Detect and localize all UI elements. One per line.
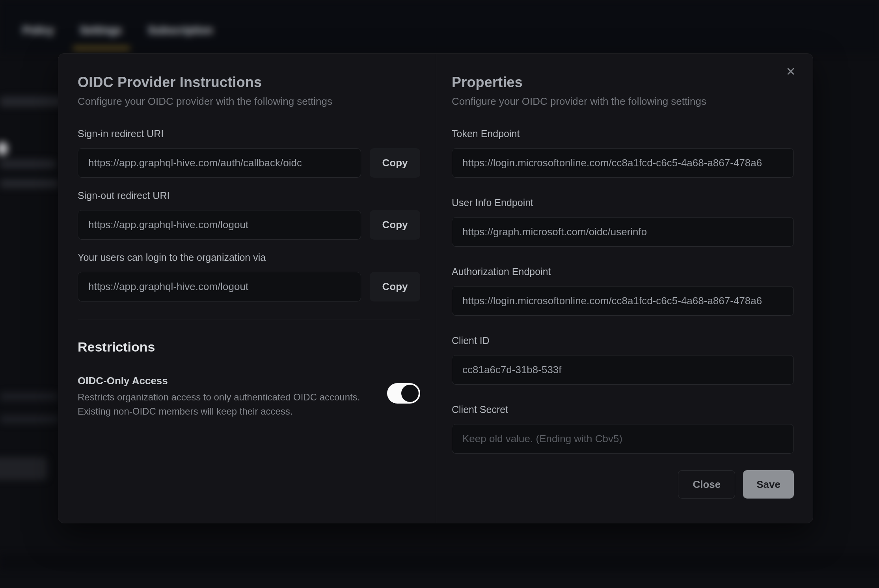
properties-title: Properties (452, 74, 794, 91)
tab-settings[interactable]: Settings (80, 24, 122, 37)
client-id-label: Client ID (452, 335, 794, 346)
tab-bar: Policy Settings Subscription (22, 24, 213, 37)
background-band (0, 555, 879, 569)
oidc-only-access-toggle[interactable] (387, 383, 420, 404)
instructions-title: OIDC Provider Instructions (78, 74, 420, 91)
restrictions-title: Restrictions (78, 339, 420, 355)
copy-login-url-button[interactable]: Copy (370, 272, 420, 301)
blurred-dot (0, 142, 8, 155)
token-endpoint-input[interactable] (452, 148, 794, 178)
signout-redirect-field-group: Sign-out redirect URI Copy (78, 190, 420, 240)
oidc-only-access-row: OIDC-Only Access Restricts organization … (78, 374, 420, 419)
login-url-label: Your users can login to the organization… (78, 251, 420, 263)
tab-policy[interactable]: Policy (22, 24, 54, 37)
tab-subscription[interactable]: Subscription (148, 24, 213, 37)
close-button[interactable]: Close (678, 470, 735, 499)
instructions-subtitle: Configure your OIDC provider with the fo… (78, 95, 420, 107)
client-secret-field-group: Client Secret (452, 404, 794, 454)
client-secret-label: Client Secret (452, 404, 794, 415)
description-line-2: Existing non-OIDC members will keep thei… (78, 406, 293, 417)
blurred-text-bar (0, 415, 59, 424)
token-endpoint-label: Token Endpoint (452, 128, 794, 140)
oidc-settings-dialog: OIDC Provider Instructions Configure you… (58, 53, 813, 523)
save-button[interactable]: Save (743, 470, 794, 499)
authorization-endpoint-label: Authorization Endpoint (452, 266, 794, 277)
toggle-thumb (401, 385, 419, 402)
client-id-input[interactable] (452, 355, 794, 385)
copy-signin-redirect-button[interactable]: Copy (370, 148, 420, 178)
blurred-text-bar (0, 392, 58, 401)
signin-redirect-field-group: Sign-in redirect URI Copy (78, 128, 420, 178)
client-id-field-group: Client ID (452, 335, 794, 385)
authorization-endpoint-input[interactable] (452, 286, 794, 316)
properties-panel: ✕ Properties Configure your OIDC provide… (436, 54, 813, 523)
signout-redirect-label: Sign-out redirect URI (78, 190, 420, 201)
authorization-endpoint-field-group: Authorization Endpoint (452, 266, 794, 316)
userinfo-endpoint-field-group: User Info Endpoint (452, 197, 794, 247)
dialog-actions: Close Save (452, 470, 794, 499)
restrictions-divider (78, 320, 420, 320)
signin-redirect-input[interactable] (78, 148, 361, 178)
oidc-only-access-label: OIDC-Only Access (78, 374, 375, 387)
token-endpoint-field-group: Token Endpoint (452, 128, 794, 178)
login-url-field-group: Your users can login to the organization… (78, 251, 420, 301)
properties-subtitle: Configure your OIDC provider with the fo… (452, 95, 794, 107)
blurred-text-bar (0, 97, 63, 107)
copy-signout-redirect-button[interactable]: Copy (370, 210, 420, 240)
blurred-text-bar (0, 179, 59, 188)
userinfo-endpoint-label: User Info Endpoint (452, 197, 794, 208)
oidc-instructions-panel: OIDC Provider Instructions Configure you… (58, 54, 436, 523)
description-line-1: Restricts organization access to only au… (78, 392, 360, 402)
blurred-text-bar (0, 160, 56, 168)
login-url-input[interactable] (78, 272, 361, 301)
active-tab-underline (73, 47, 130, 50)
oidc-only-access-description: Restricts organization access to only au… (78, 390, 375, 419)
signout-redirect-input[interactable] (78, 210, 361, 240)
blurred-button (0, 457, 47, 480)
close-icon[interactable]: ✕ (783, 64, 799, 80)
userinfo-endpoint-input[interactable] (452, 217, 794, 247)
client-secret-input[interactable] (452, 424, 794, 454)
signin-redirect-label: Sign-in redirect URI (78, 128, 420, 140)
